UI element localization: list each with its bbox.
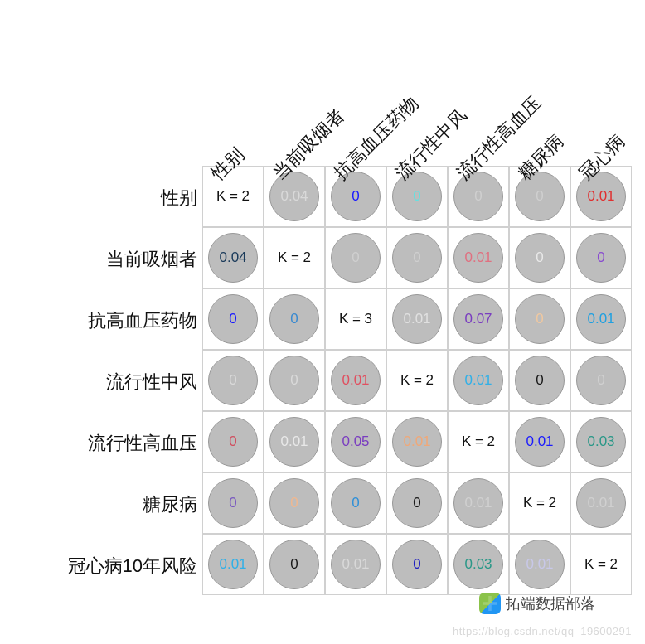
value-text: 0 [536, 249, 543, 266]
value-text: 0.01 [587, 311, 614, 327]
matrix-cell: 0 [509, 350, 570, 411]
matrix-cell: 0.03 [448, 534, 509, 595]
value-text: 0.03 [587, 433, 614, 450]
value-bubble: 0 [208, 417, 258, 467]
value-text: 0 [597, 372, 604, 389]
matrix-cell: 0.01 [202, 534, 264, 595]
value-bubble: 0 [269, 356, 319, 405]
matrix-cell: 0 [386, 534, 448, 595]
value-bubble: 0.04 [269, 172, 319, 221]
value-text: 0.04 [219, 249, 246, 266]
matrix-cell: 0 [509, 227, 570, 288]
value-text: 0 [413, 249, 420, 266]
value-text: 0.01 [342, 372, 369, 389]
value-text: 0.01 [526, 433, 553, 450]
matrix-cell: 0 [202, 288, 264, 350]
diagonal-label: K = 2 [584, 556, 618, 573]
diagonal-label: K = 3 [339, 311, 372, 327]
matrix-cell: 0.01 [448, 350, 509, 411]
matrix-cell: 0.01 [570, 288, 632, 350]
value-bubble: 0.07 [453, 294, 503, 344]
value-bubble: 0.01 [208, 540, 258, 589]
diagonal-label: K = 2 [278, 249, 311, 266]
value-bubble: 0.03 [576, 417, 626, 467]
value-bubble: 0.01 [453, 478, 503, 528]
matrix-cell: 0 [264, 350, 325, 411]
matrix-cell: 0.01 [264, 411, 325, 472]
value-text: 0 [290, 311, 298, 327]
matrix-cell: 0.03 [570, 411, 632, 472]
value-text: 0 [290, 556, 298, 573]
value-text: 0.01 [403, 311, 430, 327]
value-bubble: 0.01 [331, 356, 381, 405]
value-bubble: 0 [392, 540, 442, 589]
matrix-cell: 0.01 [325, 534, 386, 595]
matrix-cell: K = 2 [570, 534, 632, 595]
brand-badge: 拓端数据部落 [479, 593, 595, 614]
value-bubble: 0.01 [515, 417, 565, 467]
value-bubble: 0 [392, 478, 442, 528]
matrix-cell: 0 [264, 534, 325, 595]
diagonal-label: K = 2 [216, 188, 250, 205]
row-label: 抗高血压药物 [7, 308, 197, 333]
value-text: 0 [352, 249, 359, 266]
value-bubble: 0 [453, 172, 503, 221]
value-text: 0 [352, 495, 359, 511]
value-text: 0.04 [280, 188, 308, 205]
diagonal-label: K = 2 [523, 495, 556, 511]
value-bubble: 0.05 [331, 417, 381, 467]
matrix-cell: 0 [264, 472, 325, 534]
matrix-cell: 0.04 [202, 227, 264, 288]
value-bubble: 0 [269, 478, 319, 528]
value-text: 0 [474, 188, 482, 205]
matrix-cell: 0 [325, 472, 386, 534]
value-text: 0 [352, 188, 359, 205]
matrix-cell: 0.01 [509, 411, 570, 472]
value-text: 0 [229, 433, 236, 450]
value-bubble: 0 [515, 233, 565, 283]
value-bubble: 0 [208, 356, 258, 405]
matrix-cell: 0 [570, 350, 632, 411]
matrix-cell: 0.01 [386, 411, 448, 472]
value-bubble: 0 [515, 172, 565, 221]
value-bubble: 0.01 [392, 294, 442, 344]
watermark-text: https://blog.csdn.net/qq_19600291 [453, 625, 632, 637]
value-bubble: 0.04 [208, 233, 258, 283]
value-text: 0.01 [403, 433, 430, 450]
matrix-cell: K = 2 [264, 227, 325, 288]
matrix-cell: 0 [202, 350, 264, 411]
row-label: 流行性中风 [7, 370, 197, 395]
correlation-matrix-chart: K = 20.0400000.010.04K = 2000.010000K = … [0, 0, 645, 644]
value-bubble: 0 [392, 172, 442, 221]
matrix-cell: 0.01 [570, 472, 632, 534]
value-text: 0 [229, 311, 236, 327]
value-text: 0 [413, 188, 420, 205]
value-bubble: 0 [576, 356, 626, 405]
value-text: 0.01 [342, 556, 369, 573]
matrix-cell: K = 2 [509, 472, 570, 534]
value-text: 0.07 [464, 311, 492, 327]
value-bubble: 0 [331, 478, 381, 528]
value-bubble: 0.01 [453, 233, 503, 283]
matrix-cell: 0.07 [448, 288, 509, 350]
row-label: 流行性高血压 [7, 431, 197, 456]
diagonal-label: K = 2 [462, 433, 495, 450]
value-text: 0 [536, 372, 543, 389]
value-bubble: 0 [269, 540, 319, 589]
value-text: 0.01 [464, 372, 492, 389]
matrix-cell: 0 [386, 227, 448, 288]
row-label: 糖尿病 [7, 492, 197, 517]
row-label: 当前吸烟者 [7, 247, 197, 272]
diagonal-label: K = 2 [400, 372, 434, 389]
value-text: 0 [229, 495, 236, 511]
matrix-cell: 0 [570, 227, 632, 288]
matrix-cell: K = 2 [448, 411, 509, 472]
matrix-cell: 0.01 [509, 534, 570, 595]
value-bubble: 0.01 [576, 478, 626, 528]
value-text: 0 [536, 188, 543, 205]
value-text: 0 [290, 495, 298, 511]
matrix-cell: 0 [264, 288, 325, 350]
value-text: 0.01 [526, 556, 553, 573]
matrix-cell: 0 [325, 227, 386, 288]
value-text: 0.05 [342, 433, 369, 450]
